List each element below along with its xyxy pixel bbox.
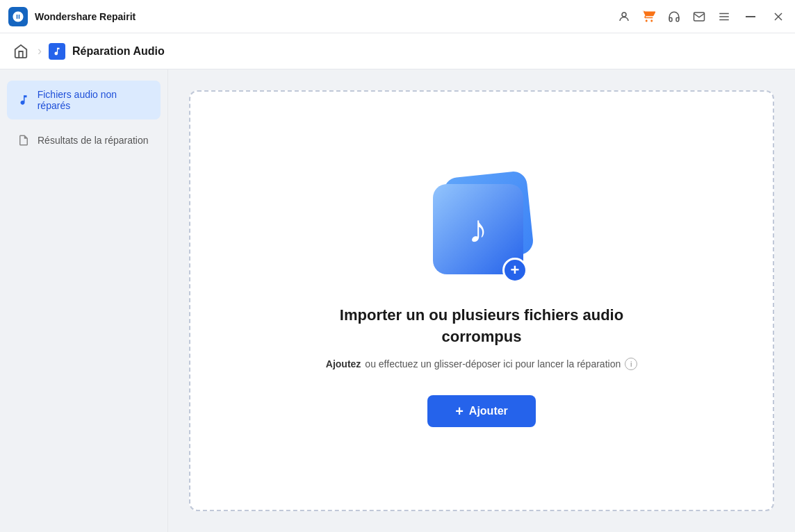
app-icon: [8, 7, 28, 26]
add-button[interactable]: + Ajouter: [427, 395, 536, 427]
add-button-label: Ajouter: [469, 405, 508, 417]
headset-icon[interactable]: [667, 10, 681, 24]
audio-illustration: ♪ +: [426, 174, 537, 285]
nav-separator: ›: [38, 44, 42, 58]
nav-audio-icon: [49, 43, 65, 60]
home-button[interactable]: [11, 42, 31, 61]
navbar: › Réparation Audio: [0, 33, 795, 69]
drop-subtitle-bold: Ajoutez: [326, 358, 361, 369]
plus-badge: +: [502, 258, 527, 283]
titlebar-left: Wondershare Repairit: [8, 7, 136, 26]
sidebar-item-unrepaired[interactable]: Fichiers audio non réparés: [7, 81, 161, 119]
drop-subtitle-rest: ou effectuez un glisser-déposer ici pour…: [365, 358, 621, 369]
account-icon[interactable]: [617, 10, 631, 24]
main-layout: Fichiers audio non réparés Résultats de …: [0, 69, 795, 532]
audio-file-icon: [17, 93, 31, 107]
results-icon: [17, 133, 31, 147]
drop-title: Importer un ou plusieurs fichiers audio …: [340, 305, 623, 348]
drop-title-line2: corrompus: [442, 328, 522, 345]
add-button-plus-icon: +: [455, 404, 464, 418]
drop-title-line1: Importer un ou plusieurs fichiers audio: [340, 306, 623, 324]
app-title: Wondershare Repairit: [35, 11, 136, 22]
sidebar-item-results[interactable]: Résultats de la réparation: [7, 125, 161, 156]
menu-icon[interactable]: [717, 10, 731, 24]
content-area: ♪ + Importer un ou plusieurs fichiers au…: [168, 69, 795, 532]
mail-icon[interactable]: [692, 10, 706, 24]
titlebar: Wondershare Repairit: [0, 0, 795, 33]
sidebar-item-results-label: Résultats de la réparation: [38, 135, 149, 146]
close-button[interactable]: [770, 8, 787, 25]
svg-rect-4: [746, 16, 755, 17]
sidebar-item-unrepaired-label: Fichiers audio non réparés: [38, 89, 151, 111]
info-icon[interactable]: i: [625, 358, 637, 370]
drop-subtitle: Ajoutez ou effectuez un glisser-déposer …: [326, 358, 637, 370]
drop-zone[interactable]: ♪ + Importer un ou plusieurs fichiers au…: [189, 90, 774, 511]
sidebar: Fichiers audio non réparés Résultats de …: [0, 69, 168, 532]
music-note-icon: ♪: [468, 210, 488, 249]
nav-title: Réparation Audio: [72, 45, 165, 58]
cart-icon[interactable]: [642, 10, 656, 24]
titlebar-right: [617, 8, 787, 25]
minimize-button[interactable]: [742, 8, 759, 25]
svg-point-0: [622, 13, 626, 17]
